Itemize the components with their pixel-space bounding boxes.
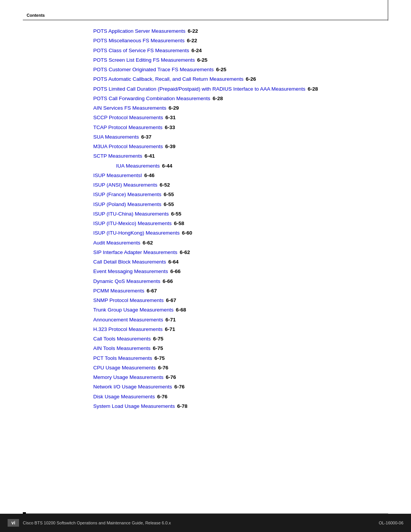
toc-link[interactable]: ISUP (ITU-China) Measurements [93,210,169,218]
toc-page: 6-26 [246,75,256,83]
toc-link[interactable]: Event Messaging Measurements [93,268,168,275]
bottom-bar-left: vi Cisco BTS 10200 Softswitch Operations… [8,519,171,527]
toc-item: SIP Interface Adapter Measurements6-62 [93,249,381,256]
toc-page: 6-75 [153,335,163,343]
toc-page: 6-39 [165,143,175,150]
toc-item: Memory Usage Measurements6-76 [93,374,381,381]
toc-link[interactable]: SIP Interface Adapter Measurements [93,249,177,256]
toc-item: Trunk Group Usage Measurements6-68 [93,306,381,314]
toc-page: 6-62 [180,249,190,256]
toc-item: AIN Services FS Measurements6-29 [93,104,381,112]
toc-link[interactable]: Announcement Measurements [93,316,163,324]
toc-item: POTS Application Server Measurements6-22 [93,27,381,35]
toc-link[interactable]: PCMM Measurements [93,287,144,295]
toc-link[interactable]: AIN Tools Measurements [93,345,151,352]
toc-page: 6-41 [145,152,155,160]
toc-item: POTS Screen List Editing FS Measurements… [93,56,381,64]
toc-page: 6-76 [157,393,167,401]
toc-item: SCTP Measurements6-41 [93,152,381,160]
content-area: POTS Application Server Measurements6-22… [93,27,381,412]
toc-item: ISUP (ITU-Mexico) Measurements6-58 [93,220,381,227]
toc-item: Disk Usage Measurements6-76 [93,393,381,401]
toc-link[interactable]: ISUP (Poland) Measurements [93,201,161,208]
toc-item: PCT Tools Measurements6-75 [93,355,381,362]
toc-link[interactable]: Network I/O Usage Measurements [93,383,172,391]
toc-item: SNMP Protocol Measurements6-67 [93,297,381,304]
toc-link[interactable]: Audit Measurements [93,239,140,247]
toc-item: POTS Miscellaneous FS Measurements6-22 [93,37,381,45]
toc-page: 6-78 [177,403,188,410]
toc-link[interactable]: POTS Screen List Editing FS Measurements [93,56,195,64]
toc-page: 6-46 [144,172,155,179]
toc-item: POTS Automatic Callback, Recall, and Cal… [93,75,381,83]
toc-item: ISUP (France) Measurements6-55 [93,191,381,198]
toc-link[interactable]: SCCP Protocol Measurements [93,114,163,121]
toc-page: 6-28 [213,95,223,102]
toc-link[interactable]: Call Tools Measurements [93,335,151,343]
toc-link[interactable]: ISUP (ITU-Mexico) Measurements [93,220,172,227]
toc-link[interactable]: Trunk Group Usage Measurements [93,306,174,314]
toc-link[interactable]: TCAP Protocol Measurements [93,124,162,131]
toc-item: POTS Call Forwarding Combination Measure… [93,95,381,102]
toc-link[interactable]: POTS Application Server Measurements [93,27,185,35]
toc-page: 6-37 [141,133,151,141]
toc-link[interactable]: Call Detail Block Measurements [93,258,166,266]
toc-item: Call Tools Measurements6-75 [93,335,381,343]
toc-link[interactable]: ISUP (ITU-HongKong) Measurements [93,229,180,237]
toc-page: 6-66 [170,268,181,275]
toc-link[interactable]: IUA Measurements [116,162,160,170]
toc-link[interactable]: POTS Automatic Callback, Recall, and Cal… [93,75,244,83]
toc-page: 6-29 [169,104,179,112]
top-border [23,20,388,20]
toc-page: 6-75 [153,345,163,352]
toc-item: Call Detail Block Measurements6-64 [93,258,381,266]
toc-link[interactable]: M3UA Protocol Measurements [93,143,163,150]
toc-page: 6-62 [143,239,153,247]
toc-link[interactable]: SUA Measurements [93,133,139,141]
toc-page: 6-64 [168,258,178,266]
toc-page: 6-24 [191,47,202,54]
toc-item: M3UA Protocol Measurements6-39 [93,143,381,150]
toc-page: 6-67 [166,297,176,304]
toc-item: IUA Measurements6-44 [93,162,381,170]
toc-item: CPU Usage Measurements6-76 [93,364,381,372]
toc-link[interactable]: ISUP MeasurementsI [93,172,142,179]
toc-link[interactable]: POTS Customer Originated Trace FS Measur… [93,66,214,73]
toc-page: 6-66 [162,278,173,285]
toc-link[interactable]: POTS Miscellaneous FS Measurements [93,37,185,45]
toc-link[interactable]: Disk Usage Measurements [93,393,155,401]
toc-item: POTS Class of Service FS Measurements6-2… [93,47,381,54]
toc-page: 6-75 [155,355,165,362]
toc-link[interactable]: Dynamic QoS Measurements [93,278,160,285]
toc-item: Network I/O Usage Measurements6-76 [93,383,381,391]
header-label: Contents [27,13,45,18]
toc-link[interactable]: AIN Services FS Measurements [93,104,166,112]
toc-item: ISUP (Poland) Measurements6-55 [93,201,381,208]
toc-link[interactable]: Memory Usage Measurements [93,374,164,381]
toc-page: 6-44 [162,162,172,170]
toc-page: 6-71 [165,326,175,333]
toc-link[interactable]: PCT Tools Measurements [93,355,152,362]
toc-page: 6-22 [188,27,198,35]
toc-link[interactable]: System Load Usage Measurements [93,403,175,410]
toc-item: ISUP (ITU-HongKong) Measurements6-60 [93,229,381,237]
toc-link[interactable]: ISUP (France) Measurements [93,191,161,198]
toc-link[interactable]: POTS Call Forwarding Combination Measure… [93,95,210,102]
toc-item: ISUP (ANSI) Measurements6-52 [93,181,381,189]
toc-item: H.323 Protocol Measurements6-71 [93,326,381,333]
toc-link[interactable]: SNMP Protocol Measurements [93,297,164,304]
toc-link[interactable]: CPU Usage Measurements [93,364,156,372]
toc-link[interactable]: H.323 Protocol Measurements [93,326,162,333]
toc-link[interactable]: POTS Limited Call Duration (Prepaid/Post… [93,85,306,93]
toc-item: ISUP MeasurementsI6-46 [93,172,381,179]
toc-page: 6-58 [174,220,184,227]
toc-page: 6-25 [197,56,207,64]
toc-page: 6-25 [216,66,226,73]
toc-item: TCAP Protocol Measurements6-33 [93,124,381,131]
toc-link[interactable]: ISUP (ANSI) Measurements [93,181,158,189]
toc-link[interactable]: SCTP Measurements [93,152,142,160]
toc-page: 6-22 [187,37,197,45]
toc-link[interactable]: POTS Class of Service FS Measurements [93,47,189,54]
toc-item: SCCP Protocol Measurements6-31 [93,114,381,121]
toc-page: 6-76 [166,374,176,381]
